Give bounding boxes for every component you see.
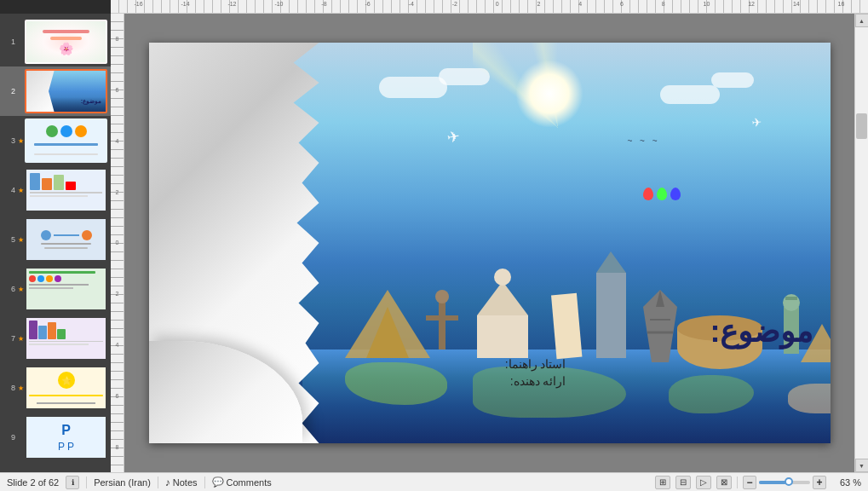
notes-label: Notes	[173, 477, 198, 488]
slide-number-1: 1	[3, 38, 15, 46]
notes-button[interactable]: ♪ Notes	[165, 477, 198, 488]
slide-preview-9: P P P	[25, 415, 107, 459]
slide-thumb-3[interactable]: 3 ★	[0, 116, 111, 165]
zoom-slider: − +	[743, 476, 826, 489]
zoom-in-button[interactable]: +	[813, 476, 826, 489]
slide-preview-4	[25, 168, 107, 212]
slide-number-2: 2	[3, 87, 15, 95]
separator-4	[737, 477, 738, 488]
slide-info: Slide 2 of 62	[7, 477, 59, 488]
canvas-area: ✈ ✈ ~ ~ ~	[124, 14, 854, 472]
slide-subtitle1: استاد راهنما:	[505, 357, 566, 371]
view-reading-icon: ▷	[700, 477, 707, 487]
slide-canvas: ✈ ✈ ~ ~ ~	[149, 43, 831, 443]
slide-preview-6	[25, 267, 107, 311]
view-slideshow-button[interactable]: ⊠	[716, 476, 732, 489]
separator-2	[158, 477, 158, 488]
zoom-fill	[759, 481, 786, 484]
language-item: Persian (Iran)	[94, 477, 151, 488]
left-ruler: 864202468	[111, 14, 124, 472]
slide-number-7: 7	[3, 334, 15, 343]
slide-thumb-9[interactable]: 9 P P P	[0, 413, 111, 462]
slide-number-6: 6	[3, 285, 15, 293]
svg-rect-3	[426, 315, 458, 321]
view-normal-icon: ⊞	[659, 477, 666, 487]
slide-number-9: 9	[3, 433, 15, 442]
svg-rect-8	[551, 293, 582, 359]
slide-thumb-5[interactable]: 5 ★	[0, 215, 111, 264]
slide-number-4: 4	[3, 186, 15, 194]
svg-marker-10	[596, 251, 626, 273]
slide-panel: 1 🌸 2 موضوع:	[0, 14, 111, 472]
view-normal-button[interactable]: ⊞	[655, 476, 670, 489]
comments-button[interactable]: 💬 Comments	[212, 477, 272, 488]
zoom-out-button[interactable]: −	[743, 476, 756, 489]
cloud-3	[660, 85, 720, 104]
slide-preview-2: موضوع:	[25, 69, 107, 113]
scroll-thumb-right[interactable]	[856, 113, 867, 139]
scroll-down-button[interactable]: ▼	[855, 459, 869, 472]
svg-point-4	[435, 290, 449, 303]
view-slideshow-icon: ⊠	[721, 477, 727, 487]
separator-1	[86, 477, 87, 488]
slide-number-5: 5	[3, 235, 15, 244]
slide-thumb-2[interactable]: 2 موضوع:	[0, 66, 111, 116]
svg-rect-9	[596, 273, 626, 358]
zoom-percent[interactable]: 63 %	[831, 477, 861, 488]
slide-preview-5	[25, 217, 107, 262]
slide-preview-7	[25, 316, 107, 361]
slide-thumb-1[interactable]: 1 🌸	[0, 17, 111, 66]
separator-3	[204, 477, 205, 488]
svg-rect-20	[785, 297, 797, 300]
language-text: Persian (Iran)	[94, 477, 151, 488]
zoom-track[interactable]	[759, 481, 810, 484]
cloud-1	[379, 77, 447, 98]
landmarks	[319, 222, 831, 375]
view-slide-sorter-icon: ⊟	[680, 477, 687, 487]
slide-number-3: 3	[3, 136, 15, 145]
svg-point-7	[494, 269, 511, 286]
balloons	[643, 188, 681, 200]
status-bar: Slide 2 of 62 ℹ Persian (Iran) ♪ Notes 💬…	[0, 472, 868, 491]
top-ruler: -16-14-12-10-8-6-4-20246810121416	[111, 0, 868, 14]
slide-preview-1: 🌸	[25, 20, 107, 64]
svg-marker-6	[477, 281, 528, 315]
svg-rect-5	[477, 315, 528, 358]
view-slide-sorter-button[interactable]: ⊟	[675, 476, 691, 489]
sun	[515, 60, 583, 128]
cloud-4	[711, 72, 754, 88]
notes-icon: ♪	[165, 477, 170, 488]
slide-preview-8: ⭐	[25, 366, 107, 410]
slide-thumb-6[interactable]: 6 ★	[0, 264, 111, 314]
status-right-section: ⊞ ⊟ ▷ ⊠ − + 63 %	[655, 476, 861, 489]
scroll-track-right	[855, 27, 868, 459]
slide-number-8: 8	[3, 384, 15, 392]
right-scrollbar: ▲ ▼	[854, 14, 868, 472]
slide-thumb-7[interactable]: 7 ★	[0, 314, 111, 363]
slide-info-text: Slide 2 of 62	[7, 477, 59, 488]
svg-rect-2	[439, 298, 445, 349]
slide-thumb-4[interactable]: 4 ★	[0, 165, 111, 215]
scroll-up-button[interactable]: ▲	[855, 14, 869, 27]
airplane-2: ✈	[751, 115, 762, 130]
airplane-1: ✈	[445, 127, 462, 147]
zoom-handle[interactable]	[785, 477, 793, 486]
comments-icon: 💬	[212, 477, 224, 488]
slide-info-icon[interactable]: ℹ	[66, 476, 79, 489]
slide-preview-3	[25, 118, 107, 163]
view-reading-button[interactable]: ▷	[696, 476, 711, 489]
slide-subtitle2: ارائه دهنده:	[510, 374, 566, 388]
slide-title: موضوع:	[710, 314, 813, 349]
comments-label: Comments	[227, 477, 272, 488]
birds: ~ ~ ~	[627, 136, 659, 146]
slide-thumb-8[interactable]: 8 ★ ⭐	[0, 363, 111, 413]
